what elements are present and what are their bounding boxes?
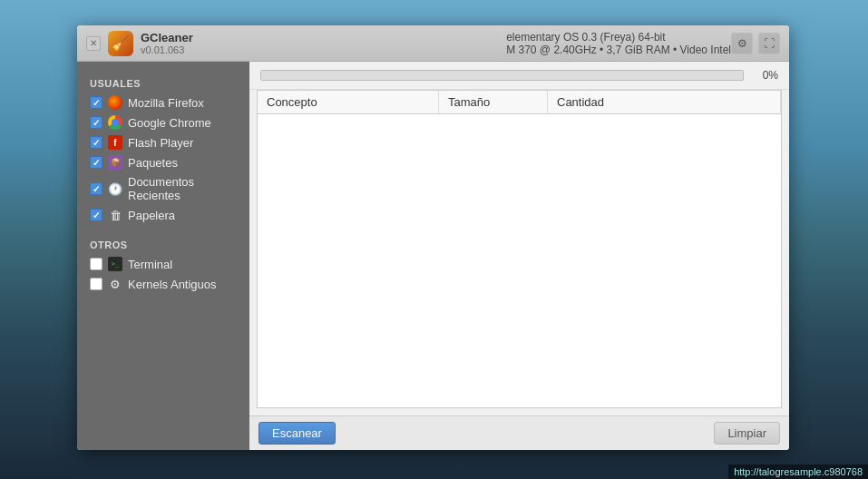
sidebar-item-papelera[interactable]: 🗑 Papelera (77, 205, 249, 225)
sidebar-item-google-chrome[interactable]: Google Chrome (77, 112, 249, 132)
label-papelera: Papelera (128, 209, 175, 222)
progress-percentage: 0% (751, 69, 778, 82)
kernels-gear-icon: ⚙ (108, 277, 122, 291)
app-version: v0.01.063 (141, 44, 488, 55)
package-icon: 📦 (108, 155, 122, 170)
label-terminal: Terminal (128, 258, 172, 271)
label-google-chrome: Google Chrome (128, 116, 211, 130)
checkbox-papelera[interactable] (90, 209, 102, 221)
status-bar: http://talogresample.c980768 (728, 464, 868, 479)
titlebar-info: GCleaner v0.01.063 (141, 31, 488, 55)
close-button[interactable]: ✕ (86, 36, 101, 51)
label-flash-player: Flash Player (128, 136, 193, 150)
table-body (258, 114, 781, 386)
main-panel: 0% Concepto Tamaño Cantidad Escanear Lim… (249, 62, 789, 450)
chrome-icon (108, 115, 122, 130)
label-kernels-antiguos: Kernels Antiguos (128, 278, 217, 291)
progress-bar-track (260, 70, 744, 81)
settings-button[interactable]: ⚙ (731, 33, 753, 54)
sidebar-item-paquetes[interactable]: 📦 Paquetes (77, 152, 249, 172)
terminal-icon: >_ (108, 257, 122, 271)
os-info: elementary OS 0.3 (Freya) 64-bit (506, 31, 665, 44)
section-otros-label: OTROS (77, 234, 249, 254)
bottom-bar: Escanear Limpiar (249, 415, 789, 450)
sidebar-item-kernels-antiguos[interactable]: ⚙ Kernels Antiguos (77, 274, 249, 294)
titlebar: ✕ 🧹 GCleaner v0.01.063 elementary OS 0.3… (77, 25, 789, 62)
section-usuales-label: USUALES (77, 73, 249, 93)
checkbox-kernels-antiguos[interactable] (90, 278, 102, 290)
app-icon: 🧹 (108, 31, 133, 56)
col-concepto[interactable]: Concepto (258, 91, 439, 113)
cpu-ram-info: M 370 @ 2.40GHz • 3,7 GiB RAM • Video In… (506, 44, 731, 56)
titlebar-actions: ⚙ ⛶ (731, 33, 780, 54)
firefox-icon (108, 95, 122, 110)
status-url: http://talogresample.c980768 (734, 466, 863, 477)
flash-icon: f (108, 135, 122, 150)
col-cantidad[interactable]: Cantidad (548, 91, 781, 113)
results-table: Concepto Tamaño Cantidad (257, 90, 782, 408)
table-header: Concepto Tamaño Cantidad (258, 91, 781, 114)
sidebar-item-documentos-recientes[interactable]: 🕐 Documentos Recientes (77, 172, 249, 205)
checkbox-paquetes[interactable] (90, 156, 102, 169)
checkbox-mozilla-firefox[interactable] (90, 96, 102, 109)
checkbox-google-chrome[interactable] (90, 116, 102, 129)
main-window: ✕ 🧹 GCleaner v0.01.063 elementary OS 0.3… (77, 25, 789, 450)
sidebar-item-flash-player[interactable]: f Flash Player (77, 132, 249, 152)
trash-icon: 🗑 (108, 208, 122, 222)
sidebar-item-mozilla-firefox[interactable]: Mozilla Firefox (77, 93, 249, 112)
expand-button[interactable]: ⛶ (758, 33, 780, 54)
docs-icon: 🕐 (108, 181, 122, 196)
sidebar-item-terminal[interactable]: >_ Terminal (77, 254, 249, 274)
progress-area: 0% (249, 62, 789, 90)
checkbox-documentos-recientes[interactable] (90, 182, 102, 195)
label-paquetes: Paquetes (128, 156, 178, 170)
sys-info: elementary OS 0.3 (Freya) 64-bit M 370 @… (506, 31, 731, 56)
scan-button[interactable]: Escanear (258, 422, 336, 445)
main-content: USUALES Mozilla Firefox Google Chrome (77, 62, 789, 450)
col-tamano[interactable]: Tamaño (439, 91, 548, 113)
checkbox-flash-player[interactable] (90, 136, 102, 149)
clean-button[interactable]: Limpiar (714, 422, 780, 445)
checkbox-terminal[interactable] (90, 258, 102, 270)
app-name: GCleaner (141, 31, 488, 44)
sidebar: USUALES Mozilla Firefox Google Chrome (77, 62, 249, 450)
label-documentos-recientes: Documentos Recientes (128, 175, 237, 202)
label-mozilla-firefox: Mozilla Firefox (128, 96, 204, 110)
